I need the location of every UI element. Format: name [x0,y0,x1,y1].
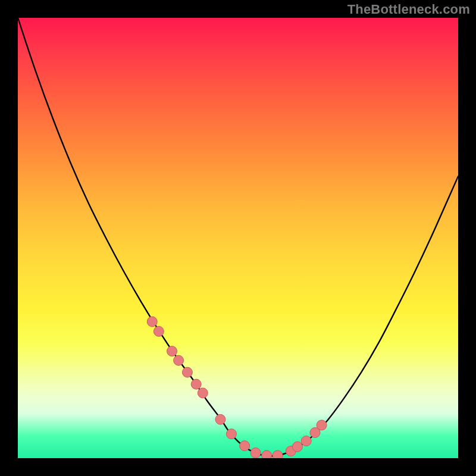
highlight-marker [317,420,327,430]
highlight-marker [240,441,250,451]
highlight-marker [167,346,177,356]
highlight-marker [273,450,283,458]
highlight-marker [154,326,164,336]
highlight-marker [250,448,261,458]
bottleneck-curve [18,18,458,456]
chart-overlay [18,18,458,458]
highlight-marker [215,414,226,424]
highlight-marker [198,388,208,398]
highlight-marker [182,367,192,377]
highlight-marker [147,317,157,327]
highlight-marker [174,355,184,365]
highlight-markers [147,317,327,458]
highlight-marker [301,436,311,446]
highlight-marker [226,429,236,439]
plot-area [18,18,458,458]
highlight-marker [262,450,272,458]
highlight-marker [191,379,201,389]
highlight-marker [292,441,302,452]
chart-frame: TheBottleneck.com [0,0,476,476]
watermark-label: TheBottleneck.com [347,2,470,17]
